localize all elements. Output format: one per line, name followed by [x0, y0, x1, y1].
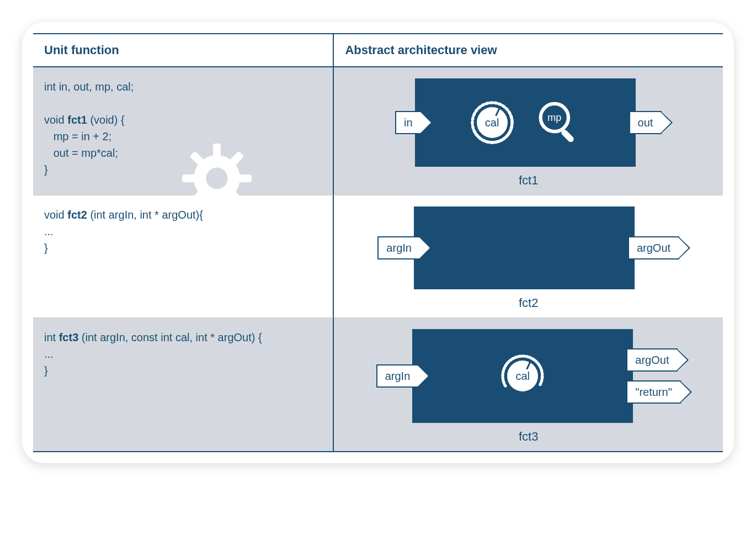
block-fct3: cal — [412, 329, 633, 423]
output-tag: argOut — [626, 348, 678, 372]
dial-label: cal — [485, 114, 499, 131]
row2-arch-cell: argIn argOut fct2 — [333, 195, 723, 318]
svg-rect-3 — [182, 174, 196, 182]
input-tag: argIn — [377, 236, 420, 259]
block-label: fct2 — [519, 294, 538, 312]
block-label: fct1 — [519, 171, 538, 189]
svg-point-9 — [206, 167, 228, 189]
row2-code-cell: void fct2 (int argIn, int * argOut){ ...… — [33, 195, 333, 318]
dial-label: cal — [516, 368, 530, 384]
row3-code: int fct3 (int argIn, const int cal, int … — [44, 329, 322, 379]
diagram-card: Unit function Abstract architecture view… — [22, 22, 734, 463]
dial-cal: cal — [498, 351, 547, 401]
row2-code: void fct2 (int argIn, int * argOut){ ...… — [44, 206, 322, 256]
row2-arch: argIn argOut — [339, 206, 717, 289]
output-tag: out — [629, 111, 662, 134]
row1-code-cell: int in, out, mp, cal; void fct1 (void) {… — [33, 67, 333, 195]
row1-arch: in cal mp — [339, 78, 717, 167]
block-fct2 — [414, 206, 635, 289]
header-right: Abstract architecture view — [333, 33, 723, 67]
svg-text:mp: mp — [547, 112, 561, 123]
svg-rect-14 — [560, 129, 575, 144]
input-tag: in — [395, 111, 422, 134]
output-tag: "return" — [626, 380, 680, 404]
row3-code-cell: int fct3 (int argIn, const int cal, int … — [33, 318, 333, 452]
output-tag: argOut — [628, 236, 679, 259]
svg-rect-1 — [213, 144, 221, 157]
magnifier-icon: mp — [534, 98, 583, 147]
diagram-grid: Unit function Abstract architecture view… — [33, 33, 723, 452]
block-fct1: cal mp — [415, 78, 636, 167]
row3-arch: argIn cal argOut "return" — [339, 329, 717, 423]
dial-cal: cal — [467, 98, 517, 147]
row3-arch-cell: argIn cal argOut "return" fct3 — [333, 318, 723, 452]
svg-rect-4 — [238, 174, 252, 182]
block-label: fct3 — [519, 427, 538, 446]
input-tag: argIn — [376, 364, 419, 388]
header-left: Unit function — [33, 33, 333, 67]
row1-arch-cell: in cal mp — [333, 67, 723, 195]
